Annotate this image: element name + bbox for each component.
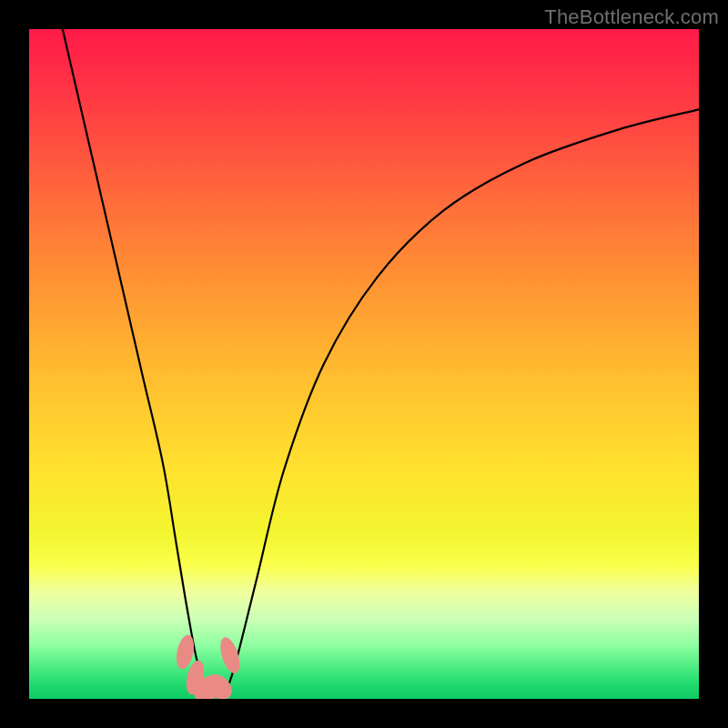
- highlight-markers: [174, 633, 244, 699]
- chart-plot-area: [29, 29, 699, 699]
- chart-svg: [29, 29, 699, 699]
- bottleneck-curve: [63, 29, 699, 695]
- watermark-text: TheBottleneck.com: [544, 5, 719, 29]
- chart-frame: TheBottleneck.com: [0, 0, 728, 728]
- highlight-dot: [217, 635, 244, 676]
